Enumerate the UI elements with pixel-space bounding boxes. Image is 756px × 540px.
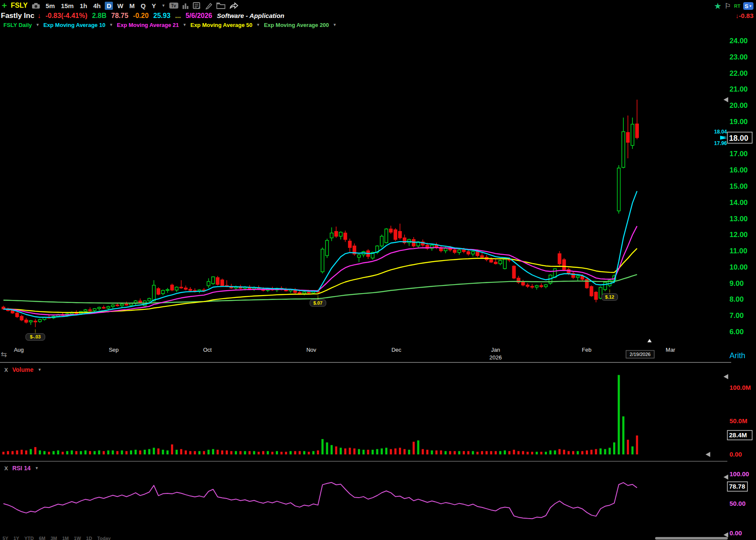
quote-change-right: ↓ -0.83	[735, 12, 753, 19]
indicator-label-2[interactable]: Exp Moving Average 21	[117, 22, 179, 28]
stream-badge[interactable]: S▼	[743, 2, 753, 10]
rsi-panel-header: X RSI 14 ▼	[4, 465, 38, 472]
rsi-dropdown-icon[interactable]: ▼	[35, 466, 38, 470]
range-3m[interactable]: 3M	[50, 536, 57, 540]
timeframe-5m[interactable]: 5m	[44, 2, 57, 10]
month-label: Oct	[203, 347, 212, 353]
indicator-dropdown-icon[interactable]: ▼	[35, 23, 39, 27]
tv-chart-icon[interactable]: Tv	[169, 2, 178, 9]
indicator-dropdown-icon[interactable]: ▼	[183, 23, 186, 27]
volume-bar	[581, 451, 583, 454]
indicator-dropdown-icon[interactable]: ▼	[109, 23, 113, 27]
timeframe-1h[interactable]: 1h	[78, 2, 89, 10]
share-icon[interactable]	[229, 2, 239, 9]
earnings-date: 5/6/2026	[186, 12, 212, 20]
range-5y[interactable]: 5Y	[3, 536, 8, 540]
last-price-label: 18.00	[729, 134, 748, 142]
timeframe-Y[interactable]: Y	[150, 2, 158, 10]
volume-bar	[135, 450, 137, 454]
chart-canvas[interactable]: $-.03$.07$.1224.0023.0022.0021.0020.0019…	[0, 0, 756, 540]
candle-body	[325, 240, 328, 256]
price-tick: 7.00	[729, 312, 744, 320]
toolbar-right-cluster: ★ ⚐ RT S▼	[714, 1, 753, 11]
candle-body	[494, 262, 497, 264]
indicator-dropdown-icon[interactable]: ▼	[256, 23, 260, 27]
calculator-icon[interactable]: +	[193, 2, 201, 9]
timeframe-W[interactable]: W	[115, 2, 125, 10]
volume-bar	[417, 440, 419, 454]
range-1m[interactable]: 1M	[62, 536, 69, 540]
range-1y[interactable]: 1Y	[13, 536, 19, 540]
indicator-label-1[interactable]: Exp Moving Average 10	[43, 22, 105, 28]
timeframe-D[interactable]: D	[105, 2, 113, 10]
volume-bar	[34, 447, 36, 454]
volume-bar	[230, 451, 233, 454]
candle-body	[626, 133, 629, 142]
volume-bar	[226, 451, 228, 454]
pan-arrows-icon[interactable]: ⇆	[1, 350, 7, 359]
indicator-label-0[interactable]: FSLY Daily	[3, 22, 32, 28]
range-1w[interactable]: 1W	[74, 536, 81, 540]
candle-body	[617, 168, 620, 211]
bar-chart-icon[interactable]	[182, 3, 189, 9]
rsi-tick: 100.00	[729, 470, 749, 478]
volume-bar	[317, 451, 319, 454]
candle-body	[111, 305, 114, 307]
volume-bar	[331, 445, 333, 454]
timeframe-dropdown-icon[interactable]: ▼	[162, 3, 165, 8]
quote-ellipsis[interactable]: ...	[175, 12, 181, 20]
volume-bar	[322, 439, 324, 454]
candle-body	[526, 285, 529, 286]
indicator-label-4[interactable]: Exp Moving Average 200	[264, 22, 329, 28]
camera-icon[interactable]	[32, 3, 40, 9]
timeframe-4h[interactable]: 4h	[92, 2, 103, 10]
indicator-label-3[interactable]: Exp Moving Average 50	[190, 22, 252, 28]
range-6m[interactable]: 6M	[39, 536, 45, 540]
scale-mode-label[interactable]: Arith	[729, 351, 745, 360]
timeframe-Q[interactable]: Q	[139, 2, 148, 10]
volume-bar	[303, 451, 305, 454]
folder-icon[interactable]	[216, 2, 225, 9]
volume-panel-title[interactable]: Volume	[12, 366, 34, 373]
favorite-star-icon[interactable]: ★	[714, 1, 722, 11]
flag-icon[interactable]: ⚐	[724, 2, 731, 11]
rsi-pane[interactable]	[3, 483, 637, 519]
candle-body	[180, 287, 183, 288]
volume-bar	[130, 451, 132, 454]
candle-body	[503, 259, 506, 269]
timeframe-15m[interactable]: 15m	[59, 2, 75, 10]
close-rsi-button[interactable]: X	[4, 465, 8, 472]
price-tick: 14.00	[729, 199, 748, 207]
pencil-icon[interactable]	[205, 2, 213, 9]
close-volume-button[interactable]: X	[4, 367, 8, 373]
price-pane[interactable]: $-.03$.07$.12	[2, 100, 639, 341]
candle-body	[467, 252, 470, 254]
volume-bar	[235, 451, 237, 454]
volume-bar	[627, 440, 629, 454]
add-symbol-button[interactable]: +	[2, 0, 7, 11]
volume-bar	[112, 451, 114, 454]
candle-body	[444, 248, 447, 251]
volume-bar	[531, 452, 533, 454]
earnings-label: $.07	[313, 300, 322, 306]
indicator-dropdown-icon[interactable]: ▼	[333, 23, 337, 27]
volume-dropdown-icon[interactable]: ▼	[38, 368, 41, 372]
candle-body	[590, 287, 593, 296]
range-ytd[interactable]: YTD	[24, 536, 34, 540]
range-1d[interactable]: 1D	[86, 536, 92, 540]
rsi-panel-title[interactable]: RSI 14	[12, 465, 31, 472]
range-today[interactable]: Today	[97, 536, 111, 540]
volume-pane[interactable]	[3, 375, 638, 454]
volume-bar	[71, 451, 73, 454]
timeframe-M[interactable]: M	[127, 2, 136, 10]
month-label: Sep	[109, 347, 118, 353]
candle-body	[207, 282, 210, 286]
candle-body	[631, 124, 634, 145]
candle-body	[558, 254, 561, 264]
volume-bar	[426, 450, 428, 454]
high-marker-icon	[724, 97, 728, 102]
volume-bar	[376, 449, 378, 454]
candle-body	[25, 320, 28, 322]
company-name: Fastly Inc	[1, 12, 34, 20]
horizontal-scrollbar[interactable]	[655, 537, 728, 540]
